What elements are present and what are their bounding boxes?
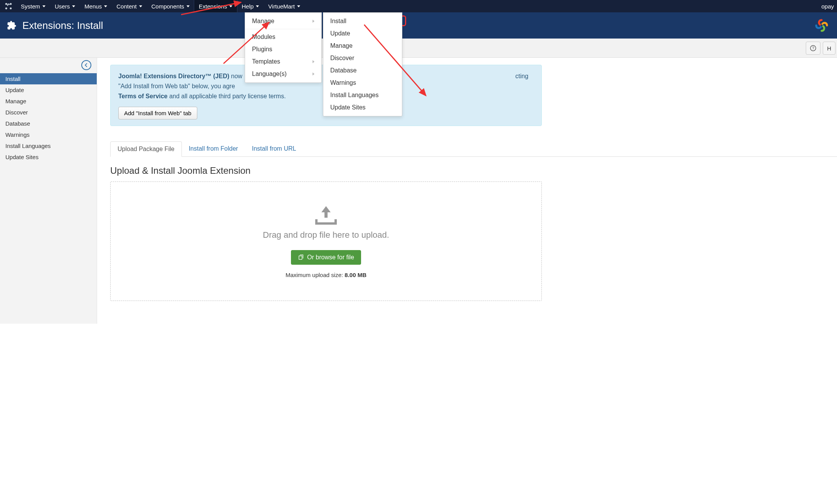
upload-icon [314,205,338,225]
svg-text:?: ? [812,46,814,50]
topmenu-item-components[interactable]: Components [147,0,194,12]
ext-menu-item-modules[interactable]: Modules [245,31,321,43]
tab-install-from-folder[interactable]: Install from Folder [182,141,245,156]
caret-down-icon [297,5,300,7]
svg-point-1 [10,3,12,5]
manage-submenu-item-discover[interactable]: Discover [323,52,402,64]
sidebar-item-warnings[interactable]: Warnings [0,129,97,140]
puzzle-icon [6,20,17,31]
topmenu-item-help[interactable]: Help [237,0,264,12]
sidebar-item-database[interactable]: Database [0,118,97,129]
manage-submenu-item-warnings[interactable]: Warnings [323,77,402,89]
caret-down-icon [72,5,75,7]
joomla-icon [5,2,12,10]
toolbar: ? H [0,39,837,58]
content-area: Joomla! Extensions Directory™ (JED) now … [97,58,837,324]
tab-upload-package-file[interactable]: Upload Package File [110,141,182,157]
page-title: Extensions: Install [22,20,103,32]
install-tabs: Upload Package FileInstall from FolderIn… [110,141,837,157]
sidebar-item-update[interactable]: Update [0,84,97,96]
toolbar-help-button[interactable]: H [823,42,835,55]
manage-submenu: InstallUpdateManageDiscoverDatabaseWarni… [323,12,402,116]
manage-submenu-item-database[interactable]: Database [323,64,402,77]
sidebar-item-install-languages[interactable]: Install Languages [0,140,97,151]
ext-menu-item-plugins[interactable]: Plugins [245,43,321,55]
sidebar: InstallUpdateManageDiscoverDatabaseWarni… [0,58,97,324]
topmenu-item-users[interactable]: Users [50,0,80,12]
ext-menu-item-templates[interactable]: Templates [245,55,321,68]
topmenu-item-extensions[interactable]: Extensions [194,0,237,12]
topmenu-item-menus[interactable]: Menus [80,0,112,12]
sidebar-item-update-sites[interactable]: Update Sites [0,151,97,163]
chevron-right-icon [313,72,314,76]
svg-rect-6 [299,256,302,259]
top-user-label[interactable]: opay [821,3,837,10]
caret-down-icon [187,5,190,7]
upload-dropzone[interactable]: Drag and drop file here to upload. Or br… [110,181,542,301]
topmenu-item-content[interactable]: Content [112,0,147,12]
caret-down-icon [256,5,259,7]
ext-menu-item-language-s-[interactable]: Language(s) [245,68,321,80]
svg-point-0 [5,3,7,5]
ext-menu-item-manage[interactable]: Manage [245,15,321,27]
chevron-right-icon [313,20,314,23]
sidebar-item-install[interactable]: Install [0,73,97,84]
arrow-left-icon [84,62,89,68]
manage-submenu-item-update-sites[interactable]: Update Sites [323,101,402,114]
manage-submenu-item-install[interactable]: Install [323,15,402,27]
section-title: Upload & Install Joomla Extension [110,165,837,176]
workspace: InstallUpdateManageDiscoverDatabaseWarni… [0,58,837,324]
sidebar-back-button[interactable] [81,60,91,70]
topmenu-item-virtuemart[interactable]: VirtueMart [264,0,305,12]
toolbar-help-icon-button[interactable]: ? [806,42,820,55]
topmenu-item-system[interactable]: System [16,0,50,12]
caret-down-icon [139,5,142,7]
admin-top-menu: SystemUsersMenusContentComponentsExtensi… [0,0,837,12]
add-install-from-web-button[interactable]: Add "Install from Web" tab [118,107,197,119]
joomla-logo [813,17,830,34]
manage-submenu-item-install-languages[interactable]: Install Languages [323,89,402,101]
sidebar-item-discover[interactable]: Discover [0,107,97,118]
chevron-right-icon [313,60,314,63]
tab-install-from-url[interactable]: Install from URL [245,141,303,156]
caret-down-icon [42,5,45,7]
extensions-dropdown: ManageModulesPluginsTemplatesLanguage(s) [245,12,322,83]
alert-bold-tos: Terms of Service [118,93,168,99]
alert-bold-jed: Joomla! Extensions Directory™ (JED) [118,73,229,79]
max-upload-size: Maximum upload size: 8.00 MB [286,272,366,278]
caret-down-icon [104,5,107,7]
manage-submenu-item-manage[interactable]: Manage [323,40,402,52]
svg-point-2 [5,7,7,9]
menu-divider [245,29,321,29]
browse-file-button[interactable]: Or browse for file [291,250,361,265]
page-header: Extensions: Install [0,12,837,39]
sidebar-item-manage[interactable]: Manage [0,96,97,107]
question-circle-icon: ? [810,45,816,51]
svg-point-3 [10,7,12,9]
file-copy-icon [298,254,304,260]
caret-down-icon [229,5,232,7]
manage-submenu-item-update[interactable]: Update [323,27,402,40]
dropzone-text: Drag and drop file here to upload. [263,230,389,240]
